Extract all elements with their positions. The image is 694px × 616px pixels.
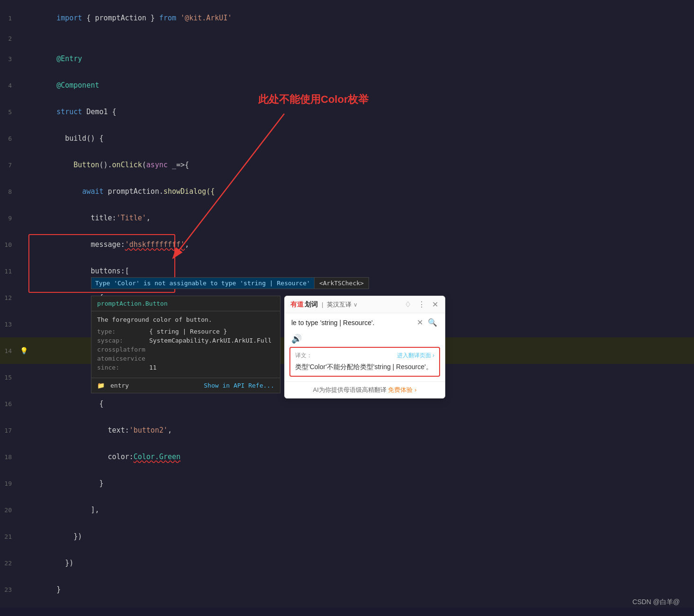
hover-info-panel: promptAction.Button The foreground color… bbox=[91, 296, 280, 393]
code-line-10: 10 message:'dhskffffffff', bbox=[0, 231, 694, 258]
code-line-2: 2 bbox=[0, 31, 694, 45]
file-icon: 📁 bbox=[97, 382, 105, 389]
hover-panel-since-row: since: 11 bbox=[97, 364, 274, 371]
show-api-link[interactable]: Show in API Refe... bbox=[204, 382, 274, 389]
hover-panel-syscap-row: syscap: SystemCapability.ArkUI.ArkUI.Ful… bbox=[97, 337, 274, 344]
code-line-23: 23 } bbox=[0, 576, 694, 603]
trans-close-source-btn[interactable]: ✕ bbox=[416, 318, 424, 327]
hover-panel-body: The foreground color of button. type: { … bbox=[91, 311, 280, 378]
code-line-6: 6 build() { bbox=[0, 125, 694, 152]
error-tooltip: Type 'Color' is not assignable to type '… bbox=[91, 277, 369, 289]
trans-source-text: le to type 'string | Resource'. ✕ 🔍 bbox=[285, 313, 445, 332]
trans-logo-red: 有道 bbox=[290, 300, 304, 309]
code-line-1: 1 import { promptAction } from '@kit.Ark… bbox=[0, 5, 694, 31]
trans-header: 有道 划词 | 英汉互译 ∨ ♢ ⋮ ✕ bbox=[285, 296, 445, 313]
trans-more-btn[interactable]: ⋮ bbox=[417, 300, 426, 309]
code-line-9: 9 title:'Title', bbox=[0, 205, 694, 231]
trans-star-btn[interactable]: ♢ bbox=[404, 300, 412, 309]
trans-navigate-link[interactable]: 进入翻译页面 › bbox=[397, 352, 434, 360]
keyword-import: import bbox=[56, 14, 82, 22]
trans-result-box: 译文： 进入翻译页面 › 类型'Color'不能分配给类型'string | R… bbox=[289, 347, 440, 377]
error-tooltip-source: <ArkTSCheck> bbox=[314, 278, 369, 289]
hover-panel-footer: 📁 entry Show in API Refe... bbox=[91, 378, 280, 393]
code-line-8: 8 await promptAction.showDialog({ bbox=[0, 178, 694, 205]
trans-logo-black: 划词 bbox=[305, 300, 318, 309]
code-line-17: 17 text:'button2', bbox=[0, 417, 694, 444]
hover-panel-crossplatform-row: crossplatform bbox=[97, 346, 274, 353]
code-line-19: 19 } bbox=[0, 470, 694, 497]
hover-panel-title: promptAction.Button bbox=[91, 296, 280, 311]
trans-audio-icon[interactable]: 🔊 bbox=[291, 334, 302, 344]
trans-footer: AI为你提供母语级高精翻译 免费体验 › bbox=[285, 381, 445, 398]
code-line-7: 7 Button().onClick(async _=>{ bbox=[0, 152, 694, 178]
code-line-3: 3 @Entry bbox=[0, 45, 694, 72]
lightbulb-icon[interactable]: 💡 bbox=[20, 347, 28, 354]
code-line-20: 20 ], bbox=[0, 497, 694, 523]
trans-result-text: 类型'Color'不能分配给类型'string | Resource'。 bbox=[295, 362, 434, 372]
trans-lang-select[interactable]: 英汉互译 bbox=[327, 300, 352, 309]
trans-audio-area: 🔊 bbox=[285, 332, 445, 345]
trans-close-btn[interactable]: ✕ bbox=[431, 300, 439, 309]
code-line-21: 21 }) bbox=[0, 523, 694, 550]
annotation-text: 此处不能使用Color枚举 bbox=[258, 92, 369, 107]
trans-free-trial-link[interactable]: 免费体验 › bbox=[388, 386, 416, 393]
code-line-22: 22 }) bbox=[0, 550, 694, 576]
trans-search-btn[interactable]: 🔍 bbox=[427, 318, 438, 327]
error-tooltip-message: Type 'Color' is not assignable to type '… bbox=[91, 278, 314, 289]
code-line-18: 18 color:Color.Green bbox=[0, 444, 694, 470]
hover-panel-desc: The foreground color of button. bbox=[97, 316, 274, 323]
hover-panel-atomicservice-row: atomicservice bbox=[97, 355, 274, 362]
keyword-from: from bbox=[159, 14, 176, 22]
translation-panel[interactable]: 有道 划词 | 英汉互译 ∨ ♢ ⋮ ✕ le to type 'string … bbox=[284, 296, 445, 399]
hover-panel-type-row: type: { string | Resource } bbox=[97, 328, 274, 335]
watermark: CSDN @白羊@ bbox=[632, 598, 680, 607]
